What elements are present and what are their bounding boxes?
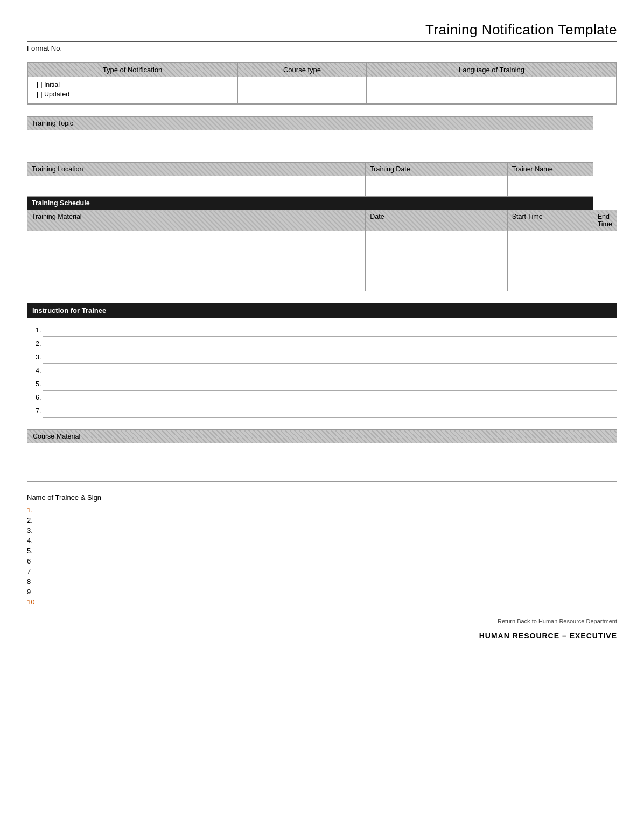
trainee-item-6[interactable]: 6	[27, 556, 617, 566]
trainee-list: 1. 2. 3. 4. 5. 6 7 8 9 10	[27, 505, 617, 607]
trainee-item-4[interactable]: 4.	[27, 536, 617, 546]
trainee-item-5[interactable]: 5.	[27, 546, 617, 556]
trainee-title: Name of Trainee & Sign	[27, 494, 617, 502]
footer-label: HUMAN RESOURCE – EXECUTIVE	[27, 628, 617, 640]
location-header: Training Location	[27, 163, 366, 176]
location-content[interactable]	[27, 176, 366, 197]
material-2-name[interactable]	[27, 246, 366, 261]
material-row-4	[27, 276, 617, 291]
material-3-start[interactable]	[507, 261, 593, 276]
topic-content[interactable]	[27, 130, 593, 163]
topic-content-row	[27, 130, 617, 163]
date-col-header: Date	[366, 210, 507, 231]
material-header: Training Material	[27, 210, 366, 231]
instruction-item-1[interactable]	[43, 324, 617, 337]
material-row-2	[27, 246, 617, 261]
instruction-item-2[interactable]	[43, 338, 617, 350]
material-2-end[interactable]	[593, 246, 617, 261]
topic-header: Training Topic	[27, 117, 593, 130]
trainee-item-10[interactable]: 10	[27, 597, 617, 607]
material-1-name[interactable]	[27, 231, 366, 246]
location-header-row: Training Location Training Date Trainer …	[27, 163, 617, 176]
footer-return: Return Back to Human Resource Department	[27, 618, 617, 624]
material-1-start[interactable]	[507, 231, 593, 246]
course-material-box: Course Material	[27, 429, 617, 482]
notification-grid: Type of Notification [ ] Initial [ ] Upd…	[27, 62, 617, 105]
material-row-1	[27, 231, 617, 246]
course-type-body[interactable]	[238, 77, 366, 103]
page-title: Training Notification Template	[27, 22, 617, 38]
training-main-table: Training Topic Training Location Trainin…	[27, 116, 617, 291]
format-number-line: Format No.	[27, 41, 617, 52]
instruction-item-4[interactable]	[43, 365, 617, 377]
material-row-3	[27, 261, 617, 276]
instruction-item-6[interactable]	[43, 392, 617, 404]
topic-row: Training Topic	[27, 117, 617, 130]
updated-checkbox-row: [ ] Updated	[33, 89, 232, 99]
material-1-date[interactable]	[366, 231, 507, 246]
start-col-header: Start Time	[507, 210, 593, 231]
trainee-item-8[interactable]: 8	[27, 576, 617, 587]
updated-checkbox-text: [ ] Updated	[37, 91, 69, 98]
instruction-item-5[interactable]	[43, 378, 617, 391]
notification-cell: Type of Notification [ ] Initial [ ] Upd…	[27, 62, 237, 104]
trainer-content[interactable]	[507, 176, 593, 197]
course-type-header: Course type	[238, 63, 366, 77]
schedule-header: Training Schedule	[27, 197, 593, 210]
date-content[interactable]	[366, 176, 507, 197]
material-header-row: Training Material Date Start Time End Ti…	[27, 210, 617, 231]
location-content-row	[27, 176, 617, 197]
trainee-item-7[interactable]: 7	[27, 566, 617, 576]
initial-checkbox-row: [ ] Initial	[33, 80, 232, 89]
notification-header: Type of Notification	[28, 63, 237, 77]
trainee-item-9[interactable]: 9	[27, 587, 617, 597]
material-4-date[interactable]	[366, 276, 507, 291]
trainer-header: Trainer Name	[507, 163, 593, 176]
notification-body: [ ] Initial [ ] Updated	[28, 77, 237, 103]
material-2-date[interactable]	[366, 246, 507, 261]
material-1-end[interactable]	[593, 231, 617, 246]
course-material-header: Course Material	[27, 430, 617, 443]
instruction-list	[27, 324, 617, 418]
trainee-item-1[interactable]: 1.	[27, 505, 617, 515]
material-3-name[interactable]	[27, 261, 366, 276]
trainee-item-3[interactable]: 3.	[27, 525, 617, 536]
material-4-name[interactable]	[27, 276, 366, 291]
date-header: Training Date	[366, 163, 507, 176]
material-2-start[interactable]	[507, 246, 593, 261]
instruction-item-3[interactable]	[43, 351, 617, 364]
end-col-header: End Time	[593, 210, 617, 231]
material-4-start[interactable]	[507, 276, 593, 291]
trainee-section: Name of Trainee & Sign 1. 2. 3. 4. 5. 6 …	[27, 494, 617, 607]
schedule-header-row: Training Schedule	[27, 197, 617, 210]
trainee-item-2[interactable]: 2.	[27, 515, 617, 525]
course-material-body[interactable]	[27, 443, 617, 481]
language-header: Language of Training	[367, 63, 616, 77]
language-body[interactable]	[367, 77, 616, 103]
material-3-end[interactable]	[593, 261, 617, 276]
material-3-date[interactable]	[366, 261, 507, 276]
initial-checkbox-text: [ ] Initial	[37, 81, 60, 88]
material-4-end[interactable]	[593, 276, 617, 291]
format-label: Format No.	[27, 44, 62, 52]
course-type-cell: Course type	[237, 62, 367, 104]
language-cell: Language of Training	[367, 62, 617, 104]
instruction-header: Instruction for Trainee	[27, 303, 617, 318]
instruction-item-7[interactable]	[43, 405, 617, 418]
